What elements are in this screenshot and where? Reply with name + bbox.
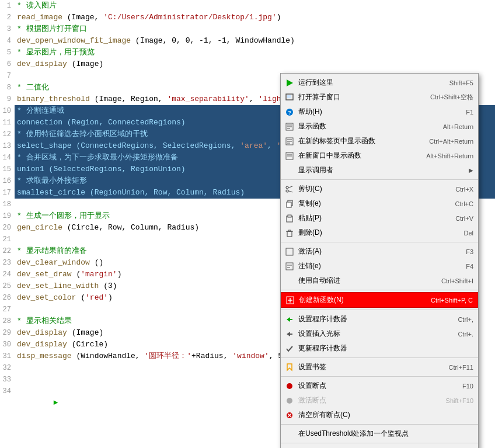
menu-label-set-counter: 设置程序计数器: [298, 314, 347, 324]
activate-icon: [284, 248, 295, 256]
menu-item-set-breakpoint[interactable]: 设置断点 F10: [281, 378, 478, 393]
menu-shortcut-show-func-new-window: Alt+Shift+Return: [414, 152, 473, 159]
arrow-green-icon: [284, 315, 295, 324]
menu-item-delete[interactable]: 删除(D) Del: [281, 225, 478, 240]
menu-item-update-counter[interactable]: 更新程序计数器: [281, 341, 478, 356]
menu-item-show-func-new-window[interactable]: 在新窗口中显示函数 Alt+Shift+Return: [281, 148, 478, 163]
menu-shortcut-set-bookmark: Ctrl+F11: [437, 364, 474, 371]
menu-label-set-breakpoint: 设置断点: [298, 381, 326, 391]
menu-label-run-here: 运行到这里: [298, 78, 333, 88]
menu-item-show-callers[interactable]: 显示调用者 ▶: [281, 163, 478, 178]
copy-icon: [284, 200, 295, 208]
editor-area: 1 * 读入图片 2 read_image (Image, 'C:/Users/…: [0, 0, 495, 448]
arrow-insert-icon: [284, 330, 295, 338]
svg-rect-26: [288, 230, 291, 231]
line-2: 2 read_image (Image, 'C:/Users/Administr…: [0, 12, 495, 23]
menu-item-add-watchpoint[interactable]: 在UsedThreshold处添加一个监视点: [281, 426, 478, 441]
menu-item-help[interactable]: ? 帮助(H) F1: [281, 105, 478, 119]
menu-shortcut-delete: Del: [452, 230, 473, 237]
menu-label-comment: 注销(e): [298, 261, 321, 271]
menu-label-new-func: 创建新函数(N): [299, 295, 344, 305]
bookmark-icon: [284, 363, 295, 371]
svg-rect-27: [286, 248, 293, 255]
menu-shortcut-help: F1: [454, 109, 473, 116]
paste-icon: [284, 214, 295, 223]
menu-label-auto-indent: 使用自动缩进: [298, 276, 340, 286]
menu-item-set-counter[interactable]: 设置程序计数器 Ctrl+,: [281, 312, 478, 327]
svg-marker-34: [287, 317, 292, 322]
menu-label-show-func-new-tab: 在新的标签页中显示函数: [298, 136, 375, 146]
line-3: 3 * 根据图片打开窗口: [0, 23, 495, 35]
checkmark-icon: [284, 345, 295, 353]
menu-item-activate[interactable]: 激活(A) F3: [281, 244, 478, 259]
line-1: 1 * 读入图片: [0, 0, 495, 12]
menu-item-activate-breakpoint[interactable]: 激活断点 Shift+F10: [281, 393, 478, 408]
menu-label-activate-breakpoint: 激活断点: [298, 395, 326, 405]
menu-item-comment[interactable]: 注销(e) F4: [281, 259, 478, 273]
menu-label-add-watchpoint: 在UsedThreshold处添加一个监视点: [298, 429, 409, 439]
menu-shortcut-show-func: Alt+Return: [431, 123, 473, 130]
menu-label-paste: 粘贴(P): [298, 213, 322, 223]
menu-separator-2: [281, 242, 478, 242]
svg-rect-2: [287, 95, 291, 98]
run-icon: [284, 79, 295, 87]
clear-breakpoints-icon: [284, 411, 295, 419]
menu-separator-8: [281, 443, 478, 443]
menu-item-set-bookmark[interactable]: 设置书签 Ctrl+F11: [281, 360, 478, 374]
menu-label-copy: 复制(e): [298, 199, 321, 209]
menu-separator-4: [281, 310, 478, 310]
menu-item-cut[interactable]: 剪切(C) Ctrl+X: [281, 182, 478, 196]
menu-item-show-func[interactable]: 显示函数 Alt+Return: [281, 119, 478, 134]
line-5: 5 * 显示图片，用于预览: [0, 47, 495, 58]
menu-item-copy[interactable]: 复制(e) Ctrl+C: [281, 196, 478, 211]
menu-shortcut-activate-breakpoint: Shift+F10: [434, 397, 473, 404]
scissors-icon: [284, 185, 295, 193]
svg-rect-28: [286, 263, 293, 270]
menu-label-cut: 剪切(C): [298, 184, 322, 194]
menu-shortcut-cut: Ctrl+X: [444, 186, 473, 193]
svg-marker-36: [287, 364, 292, 370]
svg-point-37: [287, 383, 292, 389]
menu-shortcut-paste: Ctrl+V: [444, 215, 473, 222]
menu-separator-5: [281, 357, 478, 358]
menu-separator-1: [281, 179, 478, 180]
menu-label-show-func-new-window: 在新窗口中显示函数: [298, 151, 361, 161]
doc-new-window-icon: [284, 152, 295, 160]
menu-item-set-insert[interactable]: 设置插入光标 Ctrl+.: [281, 327, 478, 341]
program-counter-arrow: ►: [53, 398, 58, 407]
menu-shortcut-set-counter: Ctrl+,: [446, 316, 473, 323]
menu-label-set-bookmark: 设置书签: [298, 362, 326, 372]
menu-shortcut-show-func-new-tab: Ctrl+Alt+Return: [417, 138, 473, 145]
menu-item-paste[interactable]: 粘贴(P) Ctrl+V: [281, 211, 478, 225]
svg-marker-0: [287, 79, 293, 86]
delete-icon: [284, 229, 295, 237]
menu-separator-3: [281, 290, 478, 290]
doc-icon: [284, 123, 295, 131]
menu-label-set-insert: 设置插入光标: [298, 329, 340, 339]
menu-shortcut-comment: F4: [454, 263, 473, 270]
menu-item-clear-breakpoints[interactable]: 清空所有断点(C): [281, 408, 478, 422]
svg-line-18: [288, 186, 293, 188]
menu-item-open-subwindow[interactable]: 打开算子窗口 Ctrl+Shift+空格: [281, 90, 478, 105]
menu-label-show-func: 显示函数: [298, 121, 326, 131]
menu-shortcut-new-func: Ctrl+Shift+P, C: [419, 297, 473, 304]
line-4: 4 dev_open_window_fit_image (Image, 0, 0…: [0, 35, 495, 47]
menu-label-update-counter: 更新程序计数器: [298, 343, 347, 353]
menu-item-auto-indent[interactable]: 使用自动缩进 Ctrl+Shift+I: [281, 273, 478, 288]
comment-icon: [284, 262, 295, 270]
svg-marker-35: [287, 332, 292, 336]
menu-label-help: 帮助(H): [298, 107, 322, 117]
menu-item-new-func[interactable]: 创建新函数(N) Ctrl+Shift+P, C: [281, 292, 478, 308]
menu-label-clear-breakpoints: 清空所有断点(C): [298, 410, 350, 420]
svg-rect-21: [287, 202, 291, 207]
menu-shortcut-set-insert: Ctrl+.: [446, 331, 473, 338]
menu-shortcut-activate: F3: [454, 248, 473, 255]
menu-item-show-func-new-tab[interactable]: 在新的标签页中显示函数 Ctrl+Alt+Return: [281, 134, 478, 148]
svg-text:?: ?: [288, 110, 291, 116]
menu-item-run-here[interactable]: 运行到这里 Shift+F5: [281, 75, 478, 90]
svg-point-38: [287, 398, 292, 404]
svg-rect-24: [287, 231, 292, 237]
svg-rect-23: [288, 215, 291, 217]
menu-item-print[interactable]: 打印(P)... Ctrl+P: [281, 445, 478, 448]
menu-shortcut-copy: Ctrl+C: [444, 200, 473, 207]
